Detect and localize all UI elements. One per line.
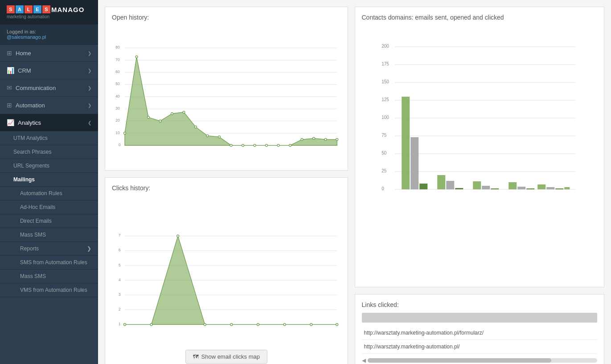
svg-point-18 — [124, 132, 126, 134]
sidebar-sub-vms-from-automation[interactable]: VMS from Automation Rules — [0, 283, 98, 297]
sidebar-sub-utm[interactable]: UTM Analytics — [0, 131, 98, 145]
sidebar-sub-ad-hoc-emails[interactable]: Ad-Hoc Emails — [0, 200, 98, 214]
logo: S A L E S MANAGO — [7, 5, 91, 13]
svg-point-26 — [218, 136, 221, 138]
scroll-track[interactable] — [368, 358, 598, 363]
sidebar-item-home[interactable]: ⊞ Home ❯ — [0, 45, 98, 62]
svg-text:60: 60 — [115, 70, 120, 74]
svg-rect-111 — [455, 188, 463, 189]
link-row-2: http://warsztaty.marketing-automation.pl… — [362, 340, 598, 354]
chevron-down-icon: ❮ — [88, 120, 91, 125]
svg-rect-117 — [526, 188, 534, 189]
svg-text:0: 0 — [119, 143, 121, 147]
crm-icon: 📊 — [7, 67, 14, 74]
svg-rect-108 — [419, 184, 427, 189]
svg-point-19 — [135, 56, 138, 58]
svg-text:5: 5 — [119, 263, 121, 267]
sidebar-sub-sms-from-automation[interactable]: SMS from Automation Rules — [0, 256, 98, 270]
open-history-card: Open history: 0 10 20 30 40 50 60 70 80 — [105, 7, 348, 171]
svg-rect-113 — [482, 186, 490, 189]
svg-text:75: 75 — [381, 133, 387, 138]
svg-text:100: 100 — [381, 115, 389, 120]
sidebar-sub-mass-sms-2[interactable]: Mass SMS — [0, 270, 98, 283]
svg-point-75 — [257, 323, 259, 326]
scrollbar-area: ◀ — [362, 357, 598, 364]
svg-rect-110 — [446, 181, 454, 189]
svg-text:2: 2 — [119, 307, 121, 311]
svg-rect-120 — [555, 188, 563, 189]
svg-rect-107 — [410, 137, 418, 189]
clicks-history-title: Clicks history: — [112, 184, 341, 192]
svg-point-22 — [171, 113, 173, 115]
main-content: Open history: 0 10 20 30 40 50 60 70 80 — [98, 0, 611, 364]
svg-point-71 — [150, 323, 152, 326]
svg-point-27 — [230, 144, 232, 147]
svg-rect-114 — [491, 188, 499, 189]
svg-rect-109 — [437, 175, 445, 189]
svg-point-34 — [313, 137, 315, 139]
sidebar-sub-reports[interactable]: Reports ❯ — [0, 242, 98, 256]
sidebar-item-automation[interactable]: ⊞ Automation ❯ — [0, 97, 98, 114]
scroll-left-icon[interactable]: ◀ — [362, 357, 366, 364]
sidebar-sub-mailings[interactable]: Mailings — [0, 173, 98, 187]
logged-in-user[interactable]: @salesmanago.pl — [7, 34, 46, 40]
svg-rect-121 — [564, 187, 570, 189]
show-email-clicks-map-button[interactable]: 🗺 Show email clicks map — [185, 350, 268, 364]
sidebar-sub-search-phrases[interactable]: Search Phrases — [0, 145, 98, 159]
svg-text:50: 50 — [381, 151, 387, 155]
open-history-chart: 0 10 20 30 40 50 60 70 80 — [112, 25, 341, 164]
open-history-title: Open history: — [112, 14, 341, 21]
sidebar-item-analytics[interactable]: 📈 Analytics ❮ — [0, 114, 98, 131]
sidebar-item-label: CRM — [18, 67, 31, 74]
sidebar-item-label: Automation — [16, 102, 45, 109]
scroll-thumb — [368, 358, 551, 363]
sidebar-item-label: Analytics — [18, 119, 41, 126]
map-icon: 🗺 — [193, 353, 199, 360]
logo-box-s2: S — [42, 5, 50, 13]
svg-text:25: 25 — [381, 168, 387, 173]
svg-point-20 — [148, 116, 150, 119]
contacts-domains-card: Contacts domains: emails sent, opened an… — [355, 7, 605, 287]
sidebar-sub-url-segments[interactable]: URL Segments — [0, 159, 98, 173]
svg-point-25 — [206, 135, 209, 137]
svg-text:6: 6 — [119, 248, 121, 252]
logo-area: S A L E S MANAGO marketing automation — [0, 0, 98, 25]
reports-chevron-icon: ❯ — [87, 245, 91, 252]
svg-point-76 — [283, 323, 286, 326]
svg-rect-119 — [546, 187, 554, 189]
svg-point-78 — [336, 323, 338, 326]
sidebar-item-communication[interactable]: ✉ Communication ❯ — [0, 79, 98, 97]
svg-point-35 — [324, 139, 327, 141]
links-clicked-title: Links clicked: — [362, 301, 598, 308]
analytics-icon: 📈 — [7, 119, 14, 126]
sidebar-sub-direct-emails[interactable]: Direct Emails — [0, 214, 98, 228]
chevron-icon: ❯ — [88, 51, 91, 56]
svg-text:125: 125 — [381, 97, 389, 102]
svg-text:175: 175 — [381, 61, 389, 66]
svg-rect-112 — [473, 181, 481, 189]
svg-point-31 — [277, 144, 279, 147]
sidebar-item-crm[interactable]: 📊 CRM ❯ — [0, 62, 98, 79]
svg-text:150: 150 — [381, 79, 389, 84]
svg-text:10: 10 — [115, 131, 120, 135]
sidebar-sub-mass-sms[interactable]: Mass SMS — [0, 228, 98, 242]
svg-point-21 — [159, 120, 161, 122]
left-column: Open history: 0 10 20 30 40 50 60 70 80 — [105, 7, 355, 364]
svg-text:7: 7 — [119, 233, 121, 237]
svg-point-70 — [124, 323, 126, 326]
svg-point-29 — [254, 144, 256, 147]
link-row-1: http://warsztaty.marketing-automation.pl… — [362, 326, 598, 340]
clicks-history-card: Clicks history: 1 2 3 4 5 6 7 — [105, 177, 348, 364]
svg-rect-115 — [508, 182, 517, 189]
svg-text:1: 1 — [119, 322, 121, 326]
svg-text:40: 40 — [115, 94, 120, 98]
links-header-bar — [362, 313, 598, 323]
svg-text:70: 70 — [115, 58, 120, 62]
sidebar-sub-automation-rules[interactable]: Automation Rules — [0, 187, 98, 200]
chevron-icon: ❯ — [88, 86, 91, 90]
svg-text:20: 20 — [115, 119, 120, 123]
svg-point-23 — [183, 111, 185, 113]
contacts-domains-chart: 0 25 50 75 100 125 150 175 200 — [362, 25, 598, 204]
logo-box-e: E — [33, 5, 41, 13]
svg-point-36 — [336, 139, 338, 141]
